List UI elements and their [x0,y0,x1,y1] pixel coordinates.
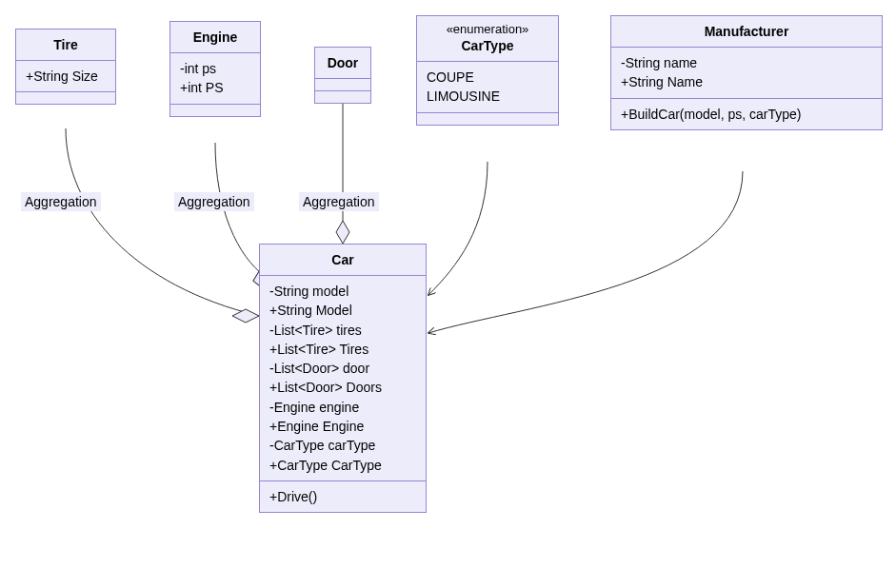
class-attributes: +String Size [16,61,115,92]
class-attributes: -int ps +int PS [170,53,260,105]
class-title: CarType [417,36,558,62]
enum-value: LIMOUSINE [427,87,548,106]
class-methods [417,113,558,125]
class-tire: Tire +String Size [15,29,116,105]
edge-label-aggregation: Aggregation [21,192,101,211]
attribute: +List<Tire> Tires [269,340,416,359]
attribute: -int ps [180,59,250,78]
class-title: Door [315,48,370,79]
attribute: -List<Tire> tires [269,321,416,340]
attribute: +CarType CarType [269,456,416,475]
svg-marker-2 [336,221,349,244]
stereotype: «enumeration» [417,16,558,36]
class-manufacturer: Manufacturer -String name +String Name +… [610,15,883,130]
attribute: -Engine engine [269,398,416,417]
attribute: +List<Door> Doors [269,378,416,397]
edge-label-aggregation: Aggregation [174,192,254,211]
class-methods [315,91,370,103]
class-attributes: -String model +String Model -List<Tire> … [260,276,426,481]
attribute: -String model [269,282,416,301]
class-attributes [315,79,370,91]
edge-label-aggregation: Aggregation [299,192,379,211]
attribute: -CarType carType [269,436,416,455]
attribute: +String Name [621,72,872,91]
class-title: Engine [170,22,260,53]
class-methods [16,92,115,104]
class-methods [170,105,260,116]
class-car: Car -String model +String Model -List<Ti… [259,244,427,513]
class-title: Car [260,245,426,276]
method: +Drive() [269,487,416,506]
method: +BuildCar(model, ps, carType) [621,105,872,124]
class-door: Door [314,47,371,104]
class-attributes: -String name +String Name [611,48,882,99]
attribute: -String name [621,53,872,72]
class-methods: +Drive() [260,481,426,512]
svg-marker-0 [232,309,259,323]
attribute: +String Model [269,301,416,320]
attribute: -List<Door> door [269,359,416,378]
enum-value: COUPE [427,68,548,87]
attribute: +String Size [26,67,106,86]
class-title: Tire [16,29,115,61]
class-engine: Engine -int ps +int PS [169,21,261,117]
class-cartype: «enumeration» CarType COUPE LIMOUSINE [416,15,559,126]
class-methods: +BuildCar(model, ps, carType) [611,99,882,129]
class-title: Manufacturer [611,16,882,48]
enum-values: COUPE LIMOUSINE [417,62,558,113]
attribute: +Engine Engine [269,417,416,436]
attribute: +int PS [180,78,250,97]
